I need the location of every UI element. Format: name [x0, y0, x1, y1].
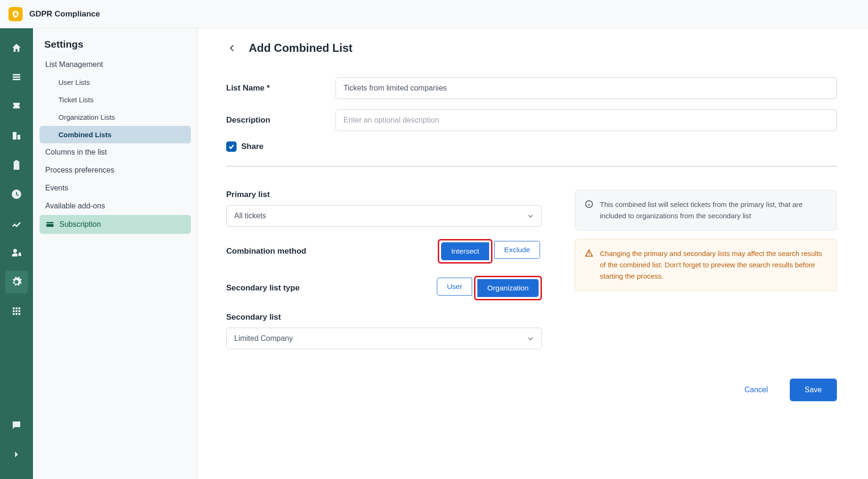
description-input[interactable]: [336, 109, 837, 131]
share-checkbox[interactable]: [226, 141, 237, 152]
rail-lists-icon[interactable]: [5, 66, 28, 89]
cancel-button[interactable]: Cancel: [733, 379, 779, 401]
rail-user-lock-icon[interactable]: [5, 241, 28, 264]
sidebar-title: Settings: [40, 39, 191, 56]
credit-card-icon: [45, 220, 55, 229]
chevron-down-icon: [527, 335, 534, 342]
user-button[interactable]: User: [437, 278, 472, 296]
sidebar-item-columns[interactable]: Columns in the list: [40, 143, 191, 161]
check-icon: [228, 143, 235, 150]
main-content: Add Combined List List Name * Descriptio…: [198, 28, 868, 479]
info-alert: This combined list will select tickets f…: [575, 190, 837, 231]
intersect-button[interactable]: Intersect: [441, 242, 489, 260]
warning-alert: Changing the primary and secondary lists…: [575, 239, 837, 291]
sidebar-item-process-prefs[interactable]: Process preferences: [40, 161, 191, 179]
secondary-type-label: Secondary list type: [226, 283, 300, 293]
list-name-label: List Name *: [226, 83, 336, 93]
list-name-input[interactable]: [336, 77, 837, 99]
primary-list-label: Primary list: [226, 190, 542, 199]
rail-ticket-icon[interactable]: [5, 95, 28, 118]
settings-sidebar: Settings List Management User Lists Tick…: [33, 28, 198, 479]
info-icon: [585, 200, 593, 208]
warning-icon: [585, 249, 593, 257]
app-title: GDPR Compliance: [29, 9, 100, 19]
app-logo: [8, 7, 23, 21]
page-title: Add Combined List: [249, 41, 352, 55]
secondary-list-select[interactable]: Limited Company: [226, 328, 542, 349]
sidebar-item-user-lists[interactable]: User Lists: [40, 74, 191, 91]
sidebar-item-org-lists[interactable]: Organization Lists: [40, 108, 191, 126]
exclude-button[interactable]: Exclude: [494, 241, 540, 259]
secondary-type-toggle: User Organization: [435, 276, 542, 300]
back-button[interactable]: [226, 42, 237, 54]
save-button[interactable]: Save: [790, 379, 837, 401]
description-label: Description: [226, 116, 336, 125]
combination-label: Combination method: [226, 247, 306, 256]
nav-rail: [0, 28, 33, 479]
rail-clipboard-icon[interactable]: [5, 154, 28, 176]
sidebar-item-subscription[interactable]: Subscription: [40, 215, 191, 234]
sidebar-item-addons[interactable]: Available add-ons: [40, 197, 191, 215]
sidebar-item-ticket-lists[interactable]: Ticket Lists: [40, 91, 191, 108]
rail-apps-icon[interactable]: [5, 300, 28, 322]
top-bar: GDPR Compliance: [0, 0, 868, 28]
divider: [226, 166, 837, 166]
primary-list-select[interactable]: All tickets: [226, 205, 542, 227]
sidebar-item-events[interactable]: Events: [40, 179, 191, 197]
share-label: Share: [241, 142, 263, 151]
rail-home-icon[interactable]: [5, 37, 28, 59]
sidebar-item-combined-lists[interactable]: Combined Lists: [40, 126, 191, 143]
secondary-list-label: Secondary list: [226, 313, 542, 322]
chevron-down-icon: [527, 213, 534, 219]
rail-chart-icon[interactable]: [5, 212, 28, 235]
rail-expand-icon[interactable]: [5, 443, 28, 466]
rail-clock-icon[interactable]: [5, 183, 28, 206]
rail-chat-icon[interactable]: [5, 414, 28, 437]
organization-button[interactable]: Organization: [477, 279, 539, 297]
chevron-left-icon: [229, 44, 234, 52]
combination-toggle: Intersect Exclude: [438, 239, 542, 264]
rail-org-icon[interactable]: [5, 124, 28, 147]
rail-settings-icon[interactable]: [5, 271, 28, 293]
sidebar-item-list-management[interactable]: List Management: [40, 56, 191, 74]
